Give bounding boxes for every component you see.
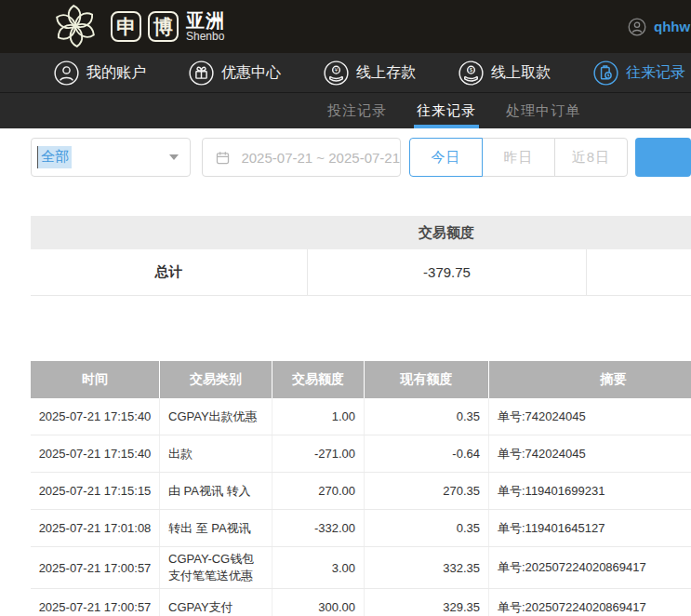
- cell-time: 2025-07-21 17:00:57: [31, 589, 159, 616]
- table-row: 2025-07-21 17:15:40 出款 -271.00 -0.64 单号:…: [31, 435, 691, 473]
- calendar-icon: [215, 150, 231, 166]
- cell-summary: 单号:119401699231: [488, 473, 691, 509]
- cell-amount: -271.00: [272, 435, 364, 472]
- quick-date-buttons: 今日 昨日 近8日: [409, 138, 628, 177]
- table-row: 2025-07-21 17:00:57 CGPAY-CG钱包支付笔笔送优惠 3.…: [31, 547, 691, 589]
- cell-type: 由 PA视讯 转入: [159, 473, 272, 509]
- nav-item-transactions[interactable]: 往来记录: [593, 60, 685, 86]
- withdraw-icon: $: [458, 60, 484, 86]
- svg-text:¥: ¥: [335, 66, 339, 73]
- logo-region-text: 亚洲: [186, 11, 225, 31]
- table-row: 2025-07-21 17:00:57 CGPAY支付 300.00 329.3…: [31, 589, 691, 616]
- cell-amount: 3.00: [272, 547, 364, 588]
- main-nav: 我的账户 优惠中心 ¥ 线上存款 $ 线上取款: [0, 53, 691, 93]
- logo-char-bo: 博: [148, 11, 179, 42]
- nav-item-withdraw[interactable]: $ 线上取款: [458, 60, 551, 86]
- col-header-amount: 交易额度: [272, 361, 364, 398]
- cell-balance: 270.35: [364, 473, 488, 509]
- category-select[interactable]: 全部: [31, 138, 191, 177]
- cell-time: 2025-07-21 17:15:40: [31, 398, 159, 435]
- cell-type: CGPAY-CG钱包支付笔笔送优惠: [159, 547, 272, 588]
- table-row: 2025-07-21 17:15:15 由 PA视讯 转入 270.00 270…: [31, 473, 691, 510]
- cell-balance: 332.35: [364, 547, 488, 588]
- cell-type: CGPAY支付: [159, 589, 272, 616]
- records-subnav: 投注记录 往来记录 处理中订单: [0, 93, 691, 128]
- svg-text:$: $: [470, 66, 473, 73]
- summary-total-label: 总计: [31, 249, 307, 295]
- username: qhhw: [654, 19, 690, 34]
- cell-summary: 单号:742024045: [488, 398, 691, 435]
- nav-label: 优惠中心: [221, 63, 281, 83]
- transactions-table-header: 时间 交易类别 交易额度 现有额度 摘要: [31, 361, 691, 398]
- nav-item-my-account[interactable]: 我的账户: [54, 60, 146, 86]
- deposit-icon: ¥: [324, 60, 349, 86]
- cell-amount: -332.00: [272, 510, 364, 546]
- cell-time: 2025-07-21 17:01:08: [31, 510, 159, 546]
- summary-table-header: 交易额度: [31, 216, 691, 249]
- summary-amount-header: 交易额度: [307, 224, 586, 242]
- date-range-input[interactable]: 2025-07-21 ~ 2025-07-21: [202, 138, 401, 177]
- cell-amount: 1.00: [272, 398, 364, 435]
- brand-logo[interactable]: 申 博 亚洲 Shenbo: [47, 2, 225, 52]
- account-icon: [54, 60, 79, 86]
- cell-time: 2025-07-21 17:15:40: [31, 435, 159, 472]
- category-select-value: 全部: [37, 146, 72, 168]
- nav-item-promotions[interactable]: 优惠中心: [189, 60, 281, 86]
- cell-summary: 单号:202507224020869417: [488, 589, 691, 616]
- tab-pending-orders[interactable]: 处理中订单: [506, 93, 580, 128]
- nav-label: 往来记录: [626, 63, 685, 83]
- col-header-time: 时间: [31, 361, 159, 398]
- cell-balance: 329.35: [364, 589, 488, 616]
- cell-summary: 单号:202507224020869417: [488, 547, 691, 588]
- tab-transaction-records[interactable]: 往来记录: [417, 93, 476, 128]
- summary-total-value: -379.75: [307, 249, 586, 295]
- nav-label: 我的账户: [86, 63, 146, 83]
- cell-balance: 0.35: [364, 398, 488, 435]
- cell-type: 出款: [159, 435, 272, 472]
- search-button[interactable]: [635, 138, 691, 177]
- nav-label: 线上取款: [491, 63, 551, 83]
- user-avatar-icon: [627, 17, 647, 37]
- col-header-balance: 现有额度: [364, 361, 488, 398]
- table-row: 2025-07-21 17:15:40 CGPAY出款优惠 1.00 0.35 …: [31, 398, 691, 435]
- cell-type: 转出 至 PA视讯: [159, 510, 272, 546]
- cell-balance: 0.35: [364, 510, 488, 546]
- logo-char-shen: 申: [111, 11, 141, 42]
- summary-table: 交易额度 总计 -379.75: [31, 216, 691, 296]
- user-menu[interactable]: qhhw: [627, 0, 690, 53]
- nav-label: 线上存款: [356, 63, 416, 83]
- cell-summary: 单号:742024045: [488, 435, 691, 472]
- table-row: 2025-07-21 17:01:08 转出 至 PA视讯 -332.00 0.…: [31, 510, 691, 547]
- logo-subtitle: Shenbo: [186, 31, 225, 43]
- records-icon: [593, 60, 618, 86]
- chevron-down-icon: [169, 154, 179, 160]
- promo-icon: [189, 60, 214, 86]
- cell-amount: 270.00: [272, 473, 364, 509]
- cell-balance: -0.64: [364, 435, 488, 472]
- cell-time: 2025-07-21 17:00:57: [31, 547, 159, 588]
- cell-time: 2025-07-21 17:15:15: [31, 473, 159, 509]
- cell-amount: 300.00: [272, 589, 364, 616]
- yesterday-button[interactable]: 昨日: [482, 138, 555, 177]
- last-8-days-button[interactable]: 近8日: [554, 138, 628, 177]
- cell-type: CGPAY出款优惠: [159, 398, 272, 435]
- flower-logo-icon: [47, 0, 104, 52]
- col-header-summary: 摘要: [488, 361, 691, 398]
- filter-row: 全部 2025-07-21 ~ 2025-07-21 今日 昨日 近8日: [31, 138, 691, 177]
- cell-summary: 单号:119401645127: [488, 510, 691, 546]
- col-header-type: 交易类别: [159, 361, 272, 398]
- summary-total-row: 总计 -379.75: [31, 249, 691, 296]
- nav-item-deposit[interactable]: ¥ 线上存款: [324, 60, 416, 86]
- top-header: 申 博 亚洲 Shenbo qhhw: [0, 0, 691, 53]
- date-range-value: 2025-07-21 ~ 2025-07-21: [241, 150, 400, 166]
- tab-betting-records[interactable]: 投注记录: [327, 93, 387, 128]
- today-button[interactable]: 今日: [409, 138, 483, 177]
- transactions-table: 时间 交易类别 交易额度 现有额度 摘要 2025-07-21 17:15:40…: [31, 361, 691, 616]
